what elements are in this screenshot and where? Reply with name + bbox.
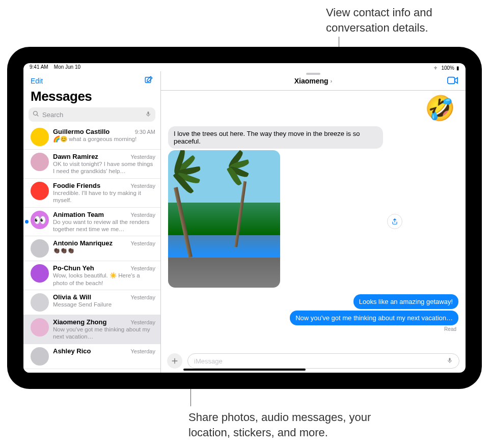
search-input[interactable]: Search xyxy=(29,107,155,122)
incoming-bubble[interactable]: I love the trees out here. The way they … xyxy=(168,126,383,149)
svg-rect-2 xyxy=(148,111,149,115)
conversation-body: Antonio ManriquezYesterday👏🏿👏🏿👏🏿 xyxy=(53,239,155,258)
conversation-preview: Message Send Failure xyxy=(53,301,155,308)
home-indicator[interactable] xyxy=(183,369,306,371)
drag-handle[interactable] xyxy=(306,73,320,75)
conversation-preview: 🌈😊 what a gorgeous morning! xyxy=(53,135,155,143)
plus-button[interactable] xyxy=(167,353,182,369)
conversation-name: Foodie Friends xyxy=(53,182,100,189)
conversation-time: Yesterday xyxy=(130,319,155,325)
outgoing-bubble[interactable]: Now you've got me thinking about my next… xyxy=(290,311,458,325)
conversation-name: Olivia & Will xyxy=(53,293,91,301)
conversation-row[interactable]: Antonio ManriquezYesterday👏🏿👏🏿👏🏿 xyxy=(23,236,160,261)
conversation-row[interactable]: Foodie FriendsYesterdayIncredible. I'll … xyxy=(23,179,160,208)
conversation-body: Guillermo Castillo9:30 AM🌈😊 what a gorge… xyxy=(53,128,155,146)
conversation-name: Dawn Ramirez xyxy=(53,153,98,160)
input-placeholder: iMessage xyxy=(194,357,223,365)
avatar xyxy=(31,264,49,283)
svg-rect-3 xyxy=(448,77,455,84)
wifi-icon: ᯤ xyxy=(434,65,439,71)
avatar xyxy=(31,347,49,366)
chat-messages[interactable]: 🤣 I love the trees out here. The way the… xyxy=(161,91,466,351)
conversation-preview: 👏🏿👏🏿👏🏿 xyxy=(53,247,155,254)
compose-icon[interactable] xyxy=(144,75,153,87)
read-receipt: Read xyxy=(444,326,456,332)
sidebar: Edit Messages Search Guillermo Castillo9… xyxy=(23,71,161,373)
conversation-preview: Do you want to review all the renders to… xyxy=(53,218,155,233)
conversation-body: Dawn RamirezYesterdayOK to visit tonight… xyxy=(53,153,155,175)
conversation-row[interactable]: Guillermo Castillo9:30 AM🌈😊 what a gorge… xyxy=(23,125,160,150)
avatar xyxy=(31,293,49,312)
mic-icon[interactable] xyxy=(145,110,151,119)
search-icon xyxy=(33,110,39,119)
conversation-preview: Now you've got me thinking about my next… xyxy=(53,326,155,341)
sidebar-header: Edit xyxy=(23,71,160,89)
conversation-row[interactable]: Ashley RicoYesterday xyxy=(23,344,160,369)
status-right: ᯤ 100% ▮ xyxy=(434,64,459,71)
edit-button[interactable]: Edit xyxy=(31,77,43,85)
conversation-name: Po-Chun Yeh xyxy=(53,264,94,272)
conversation-preview: Wow, looks beautiful. ☀️ Here's a photo … xyxy=(53,272,155,287)
conversation-row[interactable]: Dawn RamirezYesterdayOK to visit tonight… xyxy=(23,150,160,179)
conversation-time: 9:30 AM xyxy=(135,129,155,135)
conversation-time: Yesterday xyxy=(130,240,155,246)
conversation-body: Animation TeamYesterdayDo you want to re… xyxy=(53,211,155,233)
page-title: Messages xyxy=(23,89,160,107)
chat-header[interactable]: Xiaomeng › xyxy=(161,71,466,91)
chat-contact-name: Xiaomeng xyxy=(294,77,329,85)
screen: 9:41 AM Mon Jun 10 ᯤ 100% ▮ Edit Messag xyxy=(23,63,466,373)
conversation-name: Antonio Manriquez xyxy=(53,239,113,247)
conversation-body: Ashley RicoYesterday xyxy=(53,347,155,366)
status-time: 9:41 AM xyxy=(30,64,48,70)
conversation-list: Guillermo Castillo9:30 AM🌈😊 what a gorge… xyxy=(23,125,160,373)
status-bar: 9:41 AM Mon Jun 10 ᯤ 100% ▮ xyxy=(23,63,466,71)
conversation-time: Yesterday xyxy=(130,212,155,218)
battery-icon: ▮ xyxy=(456,65,459,71)
callout-top: View contact info and conversation detai… xyxy=(326,5,479,35)
conversation-row[interactable]: 👀Animation TeamYesterdayDo you want to r… xyxy=(23,208,160,237)
conversation-row[interactable]: Po-Chun YehYesterdayWow, looks beautiful… xyxy=(23,261,160,290)
chat-title[interactable]: Xiaomeng › xyxy=(294,77,333,85)
status-left: 9:41 AM Mon Jun 10 xyxy=(30,64,80,71)
conversation-time: Yesterday xyxy=(130,154,155,160)
avatar xyxy=(31,153,49,171)
ipad-frame: 9:41 AM Mon Jun 10 ᯤ 100% ▮ Edit Messag xyxy=(7,47,482,389)
conversation-name: Guillermo Castillo xyxy=(53,128,110,135)
outgoing-bubble[interactable]: Looks like an amazing getaway! xyxy=(353,294,458,309)
callout-line xyxy=(190,386,191,406)
conversation-row[interactable]: Xiaomeng ZhongYesterdayNow you've got me… xyxy=(23,315,160,344)
dictate-icon[interactable] xyxy=(447,356,453,366)
main-layout: Edit Messages Search Guillermo Castillo9… xyxy=(23,71,466,373)
svg-point-1 xyxy=(34,111,38,116)
conversation-preview: Incredible. I'll have to try making it m… xyxy=(53,189,155,204)
battery-percent: 100% xyxy=(441,65,454,71)
incoming-message: I love the trees out here. The way they … xyxy=(168,126,383,288)
chevron-right-icon: › xyxy=(331,78,333,84)
conversation-time: Yesterday xyxy=(130,348,155,354)
conversation-preview: OK to visit tonight? I have some things … xyxy=(53,160,155,175)
conversation-body: Xiaomeng ZhongYesterdayNow you've got me… xyxy=(53,318,155,341)
reaction-emoji: 🤣 xyxy=(425,94,455,123)
search-placeholder: Search xyxy=(42,111,63,119)
chat-pane: Xiaomeng › 🤣 I love the trees out here. … xyxy=(161,71,466,373)
conversation-body: Po-Chun YehYesterdayWow, looks beautiful… xyxy=(53,264,155,287)
conversation-row[interactable]: Olivia & WillYesterdayMessage Send Failu… xyxy=(23,290,160,315)
conversation-name: Xiaomeng Zhong xyxy=(53,318,106,326)
conversation-name: Ashley Rico xyxy=(53,347,91,355)
conversation-name: Animation Team xyxy=(53,211,104,218)
status-date: Mon Jun 10 xyxy=(54,64,80,70)
avatar xyxy=(31,239,49,258)
conversation-time: Yesterday xyxy=(130,183,155,189)
avatar xyxy=(31,318,49,337)
share-button[interactable] xyxy=(387,214,402,229)
avatar xyxy=(31,182,49,200)
message-input[interactable]: iMessage xyxy=(187,353,459,369)
conversation-time: Yesterday xyxy=(130,265,155,271)
photo-attachment[interactable] xyxy=(168,150,280,288)
conversation-time: Yesterday xyxy=(130,294,155,300)
unread-dot xyxy=(25,220,29,223)
conversation-body: Olivia & WillYesterdayMessage Send Failu… xyxy=(53,293,155,312)
svg-rect-4 xyxy=(449,358,451,361)
conversation-body: Foodie FriendsYesterdayIncredible. I'll … xyxy=(53,182,155,204)
facetime-button[interactable] xyxy=(447,76,458,87)
